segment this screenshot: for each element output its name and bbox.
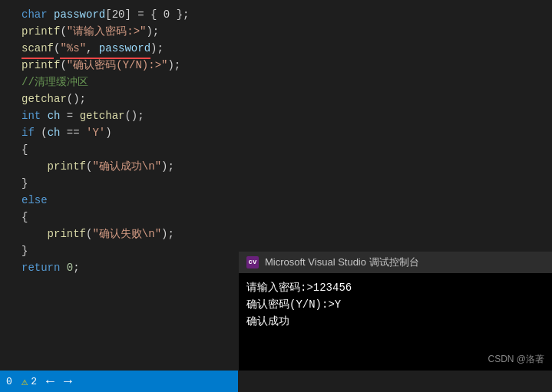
vs-logo: cv [246,256,259,268]
code-line-line6: getchar(); [0,91,552,107]
watermark: CSDN @洛著 [488,353,544,366]
console-line-2: 确认成功 [246,313,544,330]
code-line-line7: int ch = getchar(); [0,107,552,124]
status-zero: 0 [6,376,12,387]
code-line-line9: { [0,141,552,158]
code-line-line13: { [0,209,552,226]
code-line-line14: printf("确认失败\n"); [0,226,552,242]
console-title: Microsoft Visual Studio 调试控制台 [265,255,419,269]
code-line-line4: printf("确认密码(Y/N):>"); [0,57,552,74]
prev-arrow[interactable]: ← [46,374,55,389]
status-number: 0 [6,376,12,387]
code-line-line5: //清理缓冲区 [0,74,552,91]
code-line-line3: scanf("%s", password); [0,40,552,57]
console-window: cv Microsoft Visual Studio 调试控制台 请输入密码:>… [239,252,552,371]
code-line-line11: } [0,175,552,192]
code-line-line8: if (ch == 'Y') [0,124,552,141]
warning-item: ⚠ 2 [21,375,37,388]
status-bar: 0 ⚠ 2 ← → [0,371,238,392]
console-line-0: 请输入密码:>123456 [246,279,544,296]
code-line-line10: printf("确认成功\n"); [0,158,552,175]
console-line-1: 确认密码(Y/N):>Y [246,296,544,313]
code-line-line2: printf("请输入密码:>"); [0,23,552,40]
warning-icon: ⚠ [21,375,28,388]
warning-count: 2 [31,376,37,387]
vs-logo-text: cv [249,259,257,266]
console-titlebar: cv Microsoft Visual Studio 调试控制台 [239,252,552,273]
next-arrow[interactable]: → [64,374,72,389]
code-line-line12: else [0,192,552,209]
console-body: 请输入密码:>123456确认密码(Y/N):>Y确认成功 [239,273,552,336]
code-line-line1: char password[20] = { 0 }; [0,6,552,23]
